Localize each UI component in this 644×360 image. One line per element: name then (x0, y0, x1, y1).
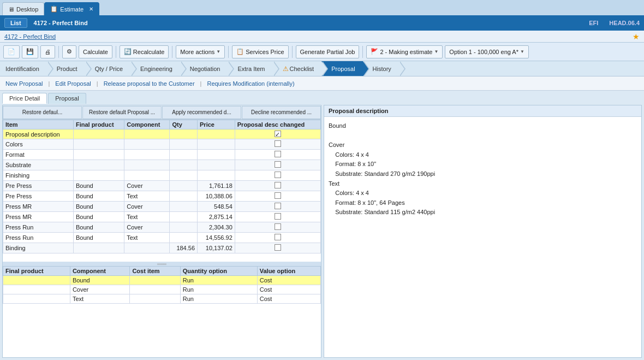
right-panel-title: Proposal description (324, 105, 641, 117)
checkbox[interactable] (275, 182, 281, 188)
checkbox[interactable] (275, 203, 281, 209)
cell-final-product (73, 243, 124, 253)
cell-val-option: Cost (257, 285, 320, 294)
requires-mod-link[interactable]: Requires Modification (internally) (205, 79, 296, 88)
table-row[interactable]: Binding 184.56 10,137.02 (3, 243, 321, 253)
tab-price-detail[interactable]: Price Detail (2, 93, 47, 104)
new-icon: 📄 (8, 48, 15, 55)
settings-button[interactable]: ⚙ (62, 45, 76, 58)
head-label: HEAD.06.4 (609, 20, 640, 26)
cell-component: Cover (124, 181, 170, 191)
top-table-scroll[interactable]: Item Final product Component Qty Price P… (3, 120, 321, 262)
cell-price: 10,388.06 (198, 191, 235, 202)
cell-item: Substrate (3, 160, 74, 170)
step-qty-price-label: Qty / Price (95, 66, 123, 72)
cell-qty-option: Run (180, 276, 257, 285)
option-label: Option 1 - 100,000 eng A* (449, 49, 518, 55)
checkbox[interactable] (275, 140, 281, 147)
checkbox[interactable] (275, 244, 281, 251)
cell-final-product (73, 170, 124, 181)
table-row[interactable]: Format (3, 150, 321, 160)
list-button[interactable]: List (4, 18, 27, 28)
checkbox[interactable] (275, 192, 281, 199)
cell-changed (235, 160, 320, 170)
print-button[interactable]: 🖨 (40, 45, 55, 58)
close-icon[interactable]: ✕ (89, 6, 93, 12)
recalculate-button[interactable]: 🔄 Recalculate (120, 45, 169, 58)
cell-cost-item (130, 276, 180, 285)
cell-qty (170, 191, 198, 202)
cell-qty (170, 150, 198, 160)
tab-estimate-label: Estimate (60, 6, 84, 13)
tab-estimate[interactable]: 📋 Estimate ✕ (44, 2, 99, 15)
cell-changed (235, 233, 320, 243)
table-row[interactable]: Press Run Bound Cover 2,304.30 (3, 222, 321, 233)
cell-price: 548.54 (198, 202, 235, 212)
generate-partial-button[interactable]: Generate Partial Job (296, 45, 360, 58)
list-item[interactable]: Text Run Cost (3, 294, 321, 304)
col-cost: Cost item (130, 267, 180, 276)
step-extra-item[interactable]: Extra Item (228, 61, 272, 76)
apply-recommended-button[interactable]: Apply recommended d... (162, 106, 241, 119)
new-button[interactable]: 📄 (3, 45, 20, 58)
table-row[interactable]: Substrate (3, 160, 321, 170)
checkbox[interactable] (275, 172, 281, 178)
new-proposal-link[interactable]: New Proposal (3, 79, 45, 88)
breadcrumb[interactable]: 4172 - Perfect Bind (4, 33, 56, 40)
tab-proposal[interactable]: Proposal (48, 93, 86, 104)
table-row[interactable]: Press MR Bound Cover 548.54 (3, 202, 321, 212)
release-proposal-link[interactable]: Release proposal to the Customer (102, 79, 197, 88)
cell-price (198, 150, 235, 160)
edit-proposal-link[interactable]: Edit Proposal (53, 79, 93, 88)
checkbox[interactable] (275, 234, 281, 240)
calculate-button[interactable]: Calculate (79, 45, 112, 58)
cell-val-option: Cost (257, 276, 320, 285)
step-negotiation-label: Negotiation (190, 66, 220, 72)
more-actions-button[interactable]: More actions ▼ (176, 45, 225, 58)
checkbox[interactable]: ✓ (275, 131, 281, 137)
option-button[interactable]: Option 1 - 100,000 eng A* ▼ (445, 45, 529, 58)
restore-default-proposal-button[interactable]: Restore default Proposal ... (82, 106, 162, 119)
checkbox[interactable] (275, 223, 281, 230)
checkbox[interactable] (275, 161, 281, 168)
price-detail-table: Item Final product Component Qty Price P… (3, 120, 321, 253)
checkbox[interactable] (275, 151, 281, 157)
step-qty-price[interactable]: Qty / Price (85, 61, 130, 76)
cell-item: Colors (3, 139, 74, 150)
list-item[interactable]: Cover Run Cost (3, 285, 321, 294)
services-icon: 📋 (236, 48, 244, 55)
table-row[interactable]: Press MR Bound Text 2,875.14 (3, 212, 321, 222)
table-row[interactable]: Proposal description ✓ (3, 129, 321, 139)
star-icon[interactable]: ★ (633, 32, 640, 41)
step-identification[interactable]: Identification (0, 61, 47, 76)
cell-qty (170, 181, 198, 191)
cell-comp: Cover (70, 285, 130, 294)
cell-changed (235, 243, 320, 253)
toolbar-sep-6 (362, 46, 363, 58)
making-estimate-button[interactable]: 🚩 2 - Making estimate ▼ (366, 45, 443, 58)
restore-default-button[interactable]: Restore defaul... (3, 106, 82, 119)
efi-label: EFI (589, 20, 598, 26)
step-engineering[interactable]: Engineering (130, 61, 180, 76)
services-price-button[interactable]: 📋 Services Price (232, 45, 288, 58)
col-component: Component (124, 120, 170, 129)
list-item[interactable]: Bound Run Cost (3, 276, 321, 285)
cell-cost-item (130, 285, 180, 294)
cell-final-product (73, 129, 124, 139)
cell-price: 2,875.14 (198, 212, 235, 222)
step-negotiation[interactable]: Negotiation (180, 61, 228, 76)
decline-recommended-button[interactable]: Decline recommended ... (242, 106, 321, 119)
step-identification-label: Identification (5, 66, 39, 72)
table-row[interactable]: Press Run Bound Text 14,556.92 (3, 233, 321, 243)
bottom-table-scroll[interactable]: Final product Component Cost item Quanti… (3, 266, 321, 332)
panel-divider[interactable]: ═══ (3, 262, 321, 266)
tab-desktop[interactable]: 🖥 Desktop (2, 2, 44, 15)
table-row[interactable]: Colors (3, 139, 321, 150)
checkbox[interactable] (275, 213, 281, 220)
table-row[interactable]: Finishing (3, 170, 321, 181)
step-checklist[interactable]: ⚠ Checklist (273, 61, 322, 76)
cell-item: Press Run (3, 233, 74, 243)
table-row[interactable]: Pre Press Bound Cover 1,761.18 (3, 181, 321, 191)
table-row[interactable]: Pre Press Bound Text 10,388.06 (3, 191, 321, 202)
save-button[interactable]: 💾 (22, 45, 38, 58)
